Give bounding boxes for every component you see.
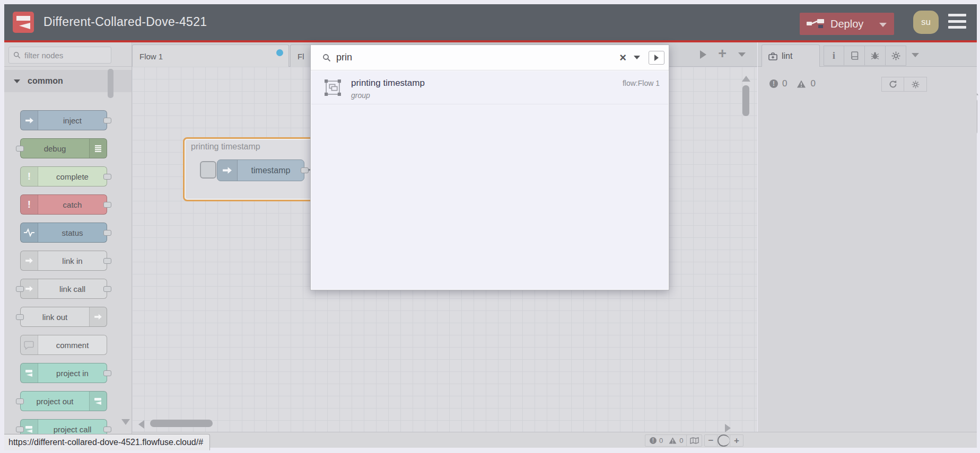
palette-node-inject[interactable]: inject <box>20 110 107 130</box>
node-label: timestamp <box>238 160 304 181</box>
palette-node-project-out[interactable]: project out <box>20 391 107 411</box>
warning-triangle-icon <box>797 80 806 88</box>
comment-bubble-icon <box>21 335 38 354</box>
node-timestamp[interactable]: timestamp <box>217 159 304 181</box>
node-output-port <box>103 118 111 123</box>
help-tab-button[interactable] <box>844 46 865 66</box>
deploy-icon <box>806 17 825 30</box>
result-type: group <box>351 91 370 100</box>
user-avatar[interactable]: su <box>913 11 939 34</box>
deploy-button[interactable]: Deploy <box>800 13 894 35</box>
palette-filter-row: filter nodes <box>4 42 132 67</box>
zoom-in-button[interactable]: + <box>730 434 743 447</box>
palette-node-project-in[interactable]: project in <box>20 363 107 383</box>
node-output-port <box>103 370 111 376</box>
zoom-out-button[interactable]: − <box>705 434 718 447</box>
main-menu-button[interactable] <box>948 12 966 31</box>
palette-node-link-call[interactable]: link call <box>20 279 107 299</box>
info-icon: i <box>833 50 835 61</box>
scroll-tabs-right-icon[interactable] <box>700 50 706 59</box>
palette-node-debug[interactable]: debug <box>20 138 107 158</box>
error-count: 0 <box>782 78 787 89</box>
list-flows-icon[interactable] <box>738 52 746 57</box>
lint-sidebar-panel: ! 0 0 <box>758 67 977 448</box>
palette-node-label: project in <box>38 363 107 383</box>
search-expand-button[interactable] <box>649 51 664 65</box>
node-output-port[interactable] <box>301 167 309 173</box>
palette-node-label: comment <box>38 335 107 354</box>
canvas-hscrollbar-thumb[interactable] <box>150 420 213 427</box>
palette-scrollbar-thumb[interactable] <box>108 69 113 98</box>
node-input-port <box>16 286 24 292</box>
palette-node-link-out[interactable]: link out <box>20 307 107 327</box>
node-palette: common injectdebug!complete!catchstatusl… <box>4 67 132 448</box>
canvas-scroll-left-icon[interactable] <box>138 420 144 429</box>
node-output-port <box>103 230 111 236</box>
instance-title: Different-Collared-Dove-4521 <box>43 15 207 29</box>
config-tab-button[interactable] <box>886 46 906 66</box>
tab-flow-1[interactable]: Flow 1 <box>132 45 289 67</box>
inject-trigger-button[interactable] <box>200 161 216 179</box>
palette-filter-input[interactable]: filter nodes <box>8 47 111 64</box>
gear-icon <box>891 51 900 60</box>
zoom-reset-button[interactable] <box>718 434 730 447</box>
sidebar-tabbar: lint i <box>758 42 977 67</box>
search-result-item[interactable]: printing timestamp group flow:Flow 1 <box>311 71 668 104</box>
chevron-down-icon <box>14 79 20 83</box>
node-output-port <box>103 174 111 180</box>
search-input-row: × <box>311 45 669 70</box>
lint-refresh-button[interactable] <box>881 77 904 92</box>
canvas-vscrollbar-thumb[interactable] <box>742 85 749 116</box>
book-icon <box>851 51 859 60</box>
inject-arrow-icon <box>21 111 38 130</box>
palette-node-comment[interactable]: comment <box>20 335 107 355</box>
warning-triangle-icon <box>669 437 677 444</box>
sidebar-more-tabs-icon[interactable] <box>912 53 919 57</box>
hamburger-icon <box>948 14 966 16</box>
palette-node-complete[interactable]: !complete <box>20 166 107 186</box>
palette-node-status[interactable]: status <box>20 223 107 243</box>
link-arrow-icon <box>21 251 38 270</box>
palette-node-label: link call <box>38 279 107 298</box>
error-count-icon: ! <box>769 79 778 88</box>
node-input-port <box>16 398 24 404</box>
map-icon <box>690 437 699 444</box>
gear-icon <box>912 81 920 88</box>
search-options-caret-icon[interactable] <box>634 56 640 59</box>
add-flow-button[interactable]: + <box>718 47 727 61</box>
link-url: https://different-collared-dove-4521.flo… <box>8 438 203 447</box>
link-arrow-icon <box>89 307 107 326</box>
palette-scroll-down-icon[interactable] <box>121 419 130 425</box>
info-tab-button[interactable]: i <box>824 46 844 66</box>
palette-node-link-in[interactable]: link in <box>20 251 107 271</box>
unsaved-changes-dot <box>276 49 283 56</box>
search-input[interactable] <box>336 52 619 63</box>
search-results-list: printing timestamp group flow:Flow 1 <box>311 71 668 289</box>
footer-warning-count: 0 <box>679 437 683 445</box>
exclamation-icon: ! <box>21 167 38 186</box>
zoom-controls: − + <box>704 434 743 447</box>
lint-actions <box>881 77 927 92</box>
palette-node-label: status <box>38 223 107 242</box>
deploy-options-caret-icon[interactable] <box>879 23 887 27</box>
clear-search-icon[interactable]: × <box>619 52 626 64</box>
group-icon <box>324 79 342 96</box>
tab-lint[interactable]: lint <box>762 45 820 67</box>
lint-settings-button[interactable] <box>904 77 927 92</box>
node-input-port <box>16 146 24 152</box>
hamburger-icon <box>948 26 966 29</box>
avatar-initials: su <box>921 17 931 28</box>
palette-node-label: project out <box>21 392 89 411</box>
search-dialog: × printing timestamp group flo <box>310 45 669 290</box>
footer-counts-button[interactable]: ! 0 0 <box>645 434 691 447</box>
node-input-port <box>16 314 24 320</box>
palette-node-catch[interactable]: !catch <box>20 194 107 215</box>
node-output-port <box>103 202 111 208</box>
debug-tab-button[interactable] <box>865 46 886 66</box>
canvas-scroll-right-icon[interactable] <box>725 424 731 432</box>
refresh-icon <box>889 80 897 88</box>
minimap-toggle-button[interactable] <box>686 434 702 447</box>
canvas-scroll-up-icon[interactable] <box>742 76 750 82</box>
zoom-reset-icon <box>718 434 730 447</box>
group-label: printing timestamp <box>191 142 260 152</box>
